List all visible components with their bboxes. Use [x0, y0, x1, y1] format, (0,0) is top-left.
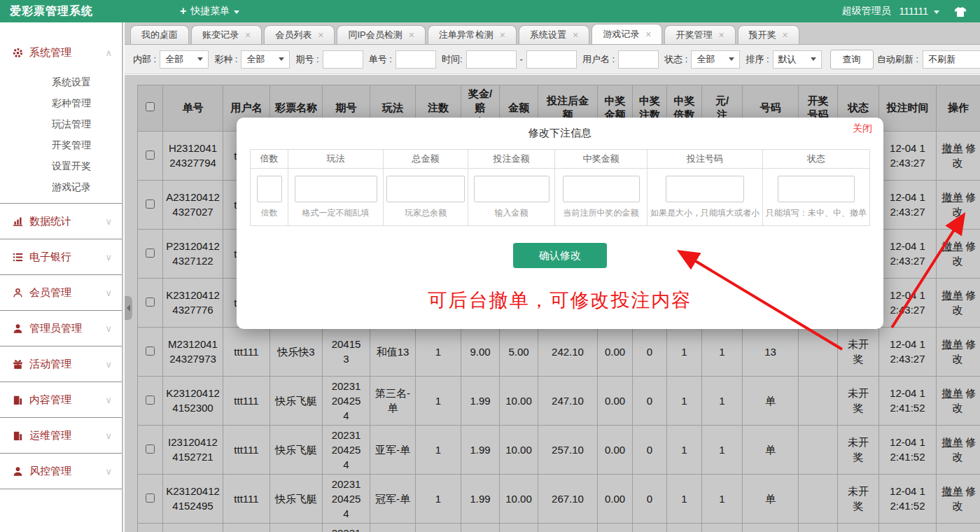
sidebar-subitem[interactable]: 彩种管理 [0, 92, 122, 113]
tab-close-icon[interactable]: × [409, 30, 414, 40]
tab-close-icon[interactable]: × [500, 30, 505, 40]
sidebar-subitem[interactable]: 设置开奖 [0, 155, 122, 176]
tab-label: 同IP会员检测 [348, 29, 402, 41]
tab-close-icon[interactable]: × [573, 30, 578, 40]
filter-sort: 排序 :默认 [746, 50, 821, 69]
chevron-down-icon: ∨ [105, 216, 112, 227]
tab-label: 我的桌面 [141, 29, 178, 41]
sidebar-item-activities[interactable]: 活动管理∨ [0, 346, 122, 382]
sort-select[interactable]: 默认 [773, 50, 822, 69]
tab-close-icon[interactable]: × [718, 30, 724, 40]
tab-close-icon[interactable]: × [245, 30, 251, 40]
tab-item[interactable]: 同IP会员检测× [337, 25, 425, 44]
multiplier-field-cell: 倍数 [251, 169, 288, 226]
filter-label: 时间: [442, 53, 463, 66]
tab-item[interactable]: 账变记录× [191, 25, 262, 44]
order-no-input[interactable] [396, 50, 436, 69]
quick-menu-button[interactable]: + 快捷菜单 [180, 5, 239, 18]
plus-icon: + [180, 5, 186, 18]
status-label: 状态 [763, 150, 870, 169]
play-field-cell: 格式一定不能乱填 [288, 169, 384, 226]
filter-label: 单号 : [369, 53, 392, 66]
sidebar-item-admins[interactable]: 管理员管理∨ [0, 311, 122, 346]
modal-field-labels-row: 倍数玩法总金额投注金额中奖金额投注号码状态 [251, 150, 870, 169]
play-hint: 格式一定不能乱填 [291, 207, 380, 219]
sidebar-item-operations[interactable]: 运维管理∨ [0, 418, 122, 453]
win-amount-input[interactable] [563, 176, 640, 202]
user-solid-icon [13, 323, 23, 334]
auto-refresh-select[interactable]: 不刷新 [923, 50, 980, 69]
username-input[interactable] [618, 50, 659, 69]
chevron-down-icon: ∨ [105, 466, 112, 477]
auto-refresh-group: 自动刷新 : 不刷新 [877, 50, 980, 69]
status-input[interactable] [778, 176, 855, 202]
selected-value: 默认 [778, 53, 797, 66]
theme-shirt-icon[interactable] [953, 5, 967, 18]
filter-lottery-type: 彩种 :全部 [214, 50, 290, 69]
tab-label: 账变记录 [202, 29, 239, 41]
chevron-down-icon: ∨ [105, 323, 112, 334]
building-icon [13, 395, 23, 405]
admin-menu[interactable]: 超级管理员 111111 [841, 5, 939, 18]
sidebar-item-label: 会员管理 [29, 286, 71, 300]
quick-menu-label: 快捷菜单 [190, 5, 230, 18]
tab-close-icon[interactable]: × [645, 29, 651, 39]
sidebar-item-risk[interactable]: 风控管理∨ [0, 454, 122, 489]
sidebar-subitem[interactable]: 开奖管理 [0, 134, 122, 155]
sidebar-item-statistics[interactable]: 数据统计∨ [0, 204, 122, 239]
bet-amount-input[interactable] [474, 176, 550, 202]
bet-number-input[interactable] [666, 176, 744, 202]
status-select[interactable]: 全部 [691, 50, 740, 69]
time-start-input[interactable] [466, 50, 517, 69]
tab-item[interactable]: 系统设置× [519, 25, 589, 44]
internal-select[interactable]: 全部 [160, 50, 209, 69]
sidebar-item-contents[interactable]: 内容管理∨ [0, 382, 122, 417]
bet-amount-hint: 输入金额 [471, 207, 552, 219]
tab-item[interactable]: 开奖管理× [664, 25, 735, 44]
tab-close-icon[interactable]: × [783, 30, 788, 40]
gear-icon [13, 48, 23, 58]
sidebar-item-system[interactable]: 系统管理∧ [0, 35, 122, 70]
sidebar-subitem[interactable]: 系统设置 [0, 71, 122, 92]
tab-item[interactable]: 预开奖× [738, 25, 799, 44]
tab-label: 预开奖 [749, 29, 776, 41]
select-arrow-icon [729, 57, 734, 61]
period-input[interactable] [323, 50, 363, 69]
sidebar-section-activities: 活动管理∨ [0, 346, 122, 382]
bar-chart-icon [13, 216, 23, 227]
tab-label: 开奖管理 [676, 29, 712, 41]
tab-item[interactable]: 我的桌面 [130, 25, 189, 44]
tab-close-icon[interactable]: × [318, 30, 323, 40]
confirm-modify-button[interactable]: 确认修改 [513, 243, 607, 268]
sidebar-subitem[interactable]: 游戏记录 [0, 176, 122, 197]
time-end-input[interactable] [526, 50, 577, 69]
tab-label: 系统设置 [530, 29, 566, 41]
play-input[interactable] [295, 176, 377, 202]
filter-bar: 内部 :全部彩种 :全部期号 :单号 :时间:-用户名 :状态 :全部排序 :默… [125, 45, 980, 74]
bet-number-hint: 如果是大小，只能填大或者小 [650, 207, 760, 219]
sidebar-subitem[interactable]: 玩法管理 [0, 113, 122, 134]
sidebar-section-statistics: 数据统计∨ [0, 204, 122, 239]
select-arrow-icon [811, 57, 816, 61]
tab-item[interactable]: 注单异常检测× [428, 25, 517, 44]
tab-bar: 我的桌面账变记录×会员列表×同IP会员检测×注单异常检测×系统设置×游戏记录×开… [125, 22, 980, 45]
sidebar-section-contents: 内容管理∨ [0, 382, 122, 418]
total-amount-input[interactable] [386, 176, 465, 202]
sidebar-submenu: 系统设置彩种管理玩法管理开奖管理设置开奖游戏记录 [0, 70, 122, 203]
tab-item[interactable]: 游戏记录× [592, 24, 662, 44]
list-icon [13, 252, 23, 262]
modal-close-button[interactable]: 关闭 [853, 122, 872, 135]
lottery-type-select[interactable]: 全部 [241, 50, 290, 69]
chevron-down-icon [234, 10, 239, 14]
search-button[interactable]: 查询 [830, 50, 874, 69]
multiplier-input[interactable] [257, 176, 282, 202]
building-icon [13, 430, 23, 441]
bet-number-field-cell: 如果是大小，只能填大或者小 [648, 169, 763, 226]
tab-item[interactable]: 会员列表× [264, 25, 335, 44]
sidebar-item-members[interactable]: 会员管理∨ [0, 275, 122, 310]
selected-value: 全部 [696, 53, 715, 66]
chevron-down-icon [934, 10, 939, 14]
sidebar-item-e-bank[interactable]: 电子银行∨ [0, 239, 122, 274]
multiplier-hint: 倍数 [253, 207, 285, 219]
multiplier-label: 倍数 [251, 150, 288, 169]
